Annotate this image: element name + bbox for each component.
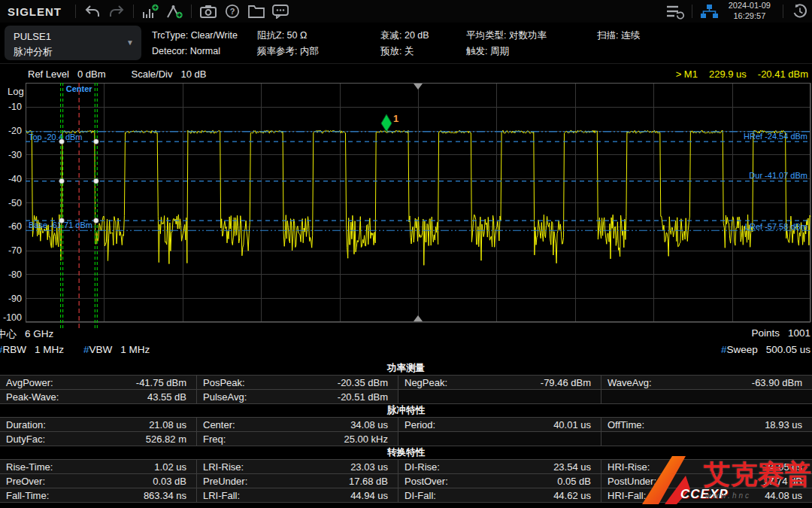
cell-value: 40.01 us: [553, 419, 591, 430]
table-cell: DutyFac:526.82 m: [0, 432, 197, 446]
table-cell: Center:34.08 us: [197, 418, 398, 431]
table-cell: Freq:25.00 kHz: [197, 432, 398, 446]
cell-label: DI-Fall:: [404, 490, 436, 501]
points-value[interactable]: 1001: [788, 327, 810, 339]
scale-div-value[interactable]: 10 dB: [180, 68, 206, 80]
cell-label: Rise-Time:: [6, 461, 53, 473]
cell-value: -20.35 dBm: [338, 377, 388, 388]
message-icon[interactable]: [268, 2, 292, 21]
table-cell: HRI-Rise:24.05 us: [601, 460, 812, 473]
y-axis-tick-label: -90: [8, 294, 22, 304]
table-row: Rise-Time:1.02 usLRI-Rise:23.03 usDI-Ris…: [0, 459, 812, 473]
sweep-value[interactable]: 500.05 us: [766, 344, 810, 355]
marker-readout-prefix: > M1: [676, 68, 698, 80]
graticule: [26, 83, 811, 323]
config-column: 扫描: 连续: [597, 28, 665, 63]
table-cell: LRI-Rise:23.03 us: [197, 460, 398, 473]
config-item: Detecor: Normal: [152, 44, 241, 59]
y-axis-tick-label: -40: [8, 174, 22, 184]
edge-dot: [93, 218, 98, 224]
table-cell-empty: [601, 432, 812, 446]
help-icon[interactable]: ?: [220, 2, 244, 21]
cell-value: 1.02 us: [154, 461, 186, 473]
table-row: PreOver:0.03 dBPreUnder:17.68 dBPostOver…: [0, 473, 812, 488]
config-item: 触发: 周期: [466, 44, 580, 59]
table-row: Peak-Wave:43.55 dBPulseAvg:-20.51 dBm: [0, 389, 812, 404]
table-cell: Duration:21.08 us: [0, 418, 197, 431]
y-axis-tick-label: -80: [8, 269, 22, 280]
scale-div-label: Scale/Div: [132, 68, 173, 80]
y-axis-log-label: Log: [8, 86, 24, 97]
cell-label: LRI-Rise:: [203, 461, 244, 473]
table-cell: DI-Rise:23.54 us: [398, 460, 601, 473]
rbw-label: RBW: [3, 344, 27, 355]
siglent-logo: SIGLENT: [0, 5, 71, 18]
cell-value: 21.08 us: [149, 419, 186, 430]
cell-value: 44.62 us: [553, 490, 591, 501]
cell-value: 44.94 us: [350, 490, 388, 501]
cell-label: PreUnder:: [203, 476, 247, 487]
date-text: 2024-01-09: [729, 1, 771, 11]
ref-level-value[interactable]: 0 dBm: [77, 68, 106, 80]
add-peak-marker-icon[interactable]: [162, 2, 186, 21]
y-axis-tick-label: -50: [8, 198, 22, 208]
cell-label: Freq:: [203, 433, 226, 445]
config-item: 衰减: 20 dB: [380, 28, 450, 44]
table-cell: PulseAvg:-20.51 dBm: [197, 390, 398, 403]
measurement-mode-select[interactable]: PULSE1 脉冲分析 ▼: [5, 26, 141, 60]
cell-value: -20.51 dBm: [338, 391, 388, 403]
config-column: TrcType: Clear/WriteDetecor: Normal: [152, 28, 241, 63]
table-cell: OffTime:18.93 us: [601, 418, 812, 431]
table-cell: PreUnder:17.68 dB: [197, 474, 398, 488]
cell-value: 43.55 dB: [147, 391, 186, 403]
rbw-hash: #: [0, 344, 3, 355]
y-axis-tick-label: -60: [8, 221, 22, 232]
cell-label: AvgPower:: [6, 377, 53, 388]
table-section-title: 转换特性: [0, 446, 812, 459]
sweep-info-line1: 中心6 GHz Points1001: [0, 327, 810, 341]
undo-icon[interactable]: [80, 2, 105, 21]
table-cell-empty: [601, 390, 812, 403]
table-cell: Period:40.01 us: [398, 418, 601, 431]
vbw-value[interactable]: 1 MHz: [120, 344, 150, 355]
marker-1-diamond: [381, 114, 392, 132]
toolbar-right-group: 2024-01-09 16:29:57: [663, 1, 812, 22]
screenshot-icon[interactable]: [196, 2, 220, 21]
table-row: Duration:21.08 usCenter:34.08 usPeriod:4…: [0, 417, 812, 431]
center-freq-value[interactable]: 6 GHz: [25, 328, 53, 339]
network-icon[interactable]: [697, 2, 721, 21]
marker-readout-x: 229.9 us: [709, 68, 747, 80]
edge-lines: Center: [61, 83, 98, 330]
config-column: 平均类型: 对数功率触发: 周期: [466, 28, 580, 63]
redo-icon[interactable]: [105, 2, 129, 21]
datetime-display: 2024-01-09 16:29:57: [721, 1, 778, 22]
cell-value: 0.03 dB: [153, 476, 186, 487]
y-axis-tick-label: -30: [8, 150, 22, 160]
rbw-value[interactable]: 1 MHz: [35, 344, 64, 355]
cell-label: PulseAvg:: [203, 391, 247, 403]
marker-1[interactable]: 1: [381, 113, 398, 132]
cell-label: Period:: [404, 419, 435, 430]
table-cell: PostUnder:17.74 dB: [601, 474, 812, 488]
table-cell: Peak-Wave:43.55 dB: [0, 390, 197, 403]
table-row: DutyFac:526.82 mFreq:25.00 kHz: [0, 431, 812, 446]
edge-dot: [93, 178, 98, 184]
table-section: 功率测量AvgPower:-41.75 dBmPosPeak:-20.35 dB…: [0, 362, 812, 404]
cell-value: 526.82 m: [146, 433, 186, 445]
config-item: 平均类型: 对数功率: [466, 28, 580, 44]
cell-label: PosPeak:: [203, 377, 245, 388]
cell-label: PostUnder:: [607, 476, 656, 487]
center-bottom-triangle: [414, 315, 423, 321]
history-icon[interactable]: [788, 2, 812, 21]
task-list-icon[interactable]: [663, 2, 687, 21]
config-item: 频率参考: 内部: [257, 44, 364, 59]
cell-value: 44.08 us: [765, 490, 802, 501]
cell-value: 18.93 us: [765, 419, 802, 430]
top-label: Top -20.4 dBm: [29, 132, 83, 141]
file-manager-icon[interactable]: [244, 2, 268, 21]
y-axis-tick-label: -20: [8, 126, 22, 136]
y-axis-labels: Log-10-20-30-40-50-60-70-80-90-100: [3, 86, 24, 323]
add-trace-icon[interactable]: [138, 2, 162, 21]
marker-1-label: 1: [393, 113, 398, 124]
table-cell: NegPeak:-79.46 dBm: [398, 376, 601, 389]
